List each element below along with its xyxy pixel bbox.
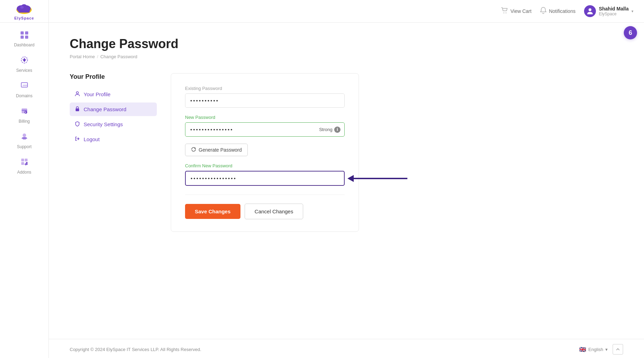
notifications-link[interactable]: Notifications [540, 7, 575, 16]
sidebar: ElySpace Dashboard Services www [0, 0, 49, 358]
notification-badge: 6 [624, 26, 637, 39]
strength-label: Strong [319, 127, 332, 132]
profile-nav: Your Profile Your Profile Change Passwor… [70, 73, 157, 147]
generate-password-label: Generate Password [199, 147, 242, 153]
confirm-password-group: Confirm New Password [185, 163, 345, 186]
sidebar-item-label-domains: Domains [16, 93, 32, 98]
domains-icon: www [20, 81, 29, 92]
form-divider [185, 195, 345, 195]
confirm-password-input-row [185, 171, 345, 186]
svg-rect-8 [21, 36, 24, 39]
avatar [584, 5, 596, 17]
language-label: English [588, 347, 603, 352]
sidebar-item-label-dashboard: Dashboard [14, 43, 34, 47]
chevron-up-icon [616, 347, 620, 351]
svg-rect-32 [76, 108, 79, 111]
user-name: Shahid Malla [599, 6, 629, 12]
user-company: ElySpace [599, 12, 629, 16]
footer-copyright: Copyright © 2024 ElySpace IT Services LL… [70, 347, 201, 352]
svg-point-30 [589, 8, 591, 11]
svg-point-31 [76, 92, 78, 94]
existing-password-label: Existing Password [185, 86, 345, 91]
breadcrumb-current: Change Password [100, 54, 137, 59]
existing-password-input[interactable] [185, 93, 345, 108]
svg-text:www: www [22, 84, 28, 86]
nav-item-your-profile-label: Your Profile [84, 91, 110, 97]
nav-item-logout-label: Logout [84, 136, 100, 142]
confirm-password-label: Confirm New Password [185, 163, 345, 168]
cart-label: View Cart [511, 8, 531, 14]
user-details: Shahid Malla ElySpace [599, 6, 629, 16]
top-header: View Cart Notifications Shahid Malla Ely… [49, 0, 644, 23]
sidebar-item-label-billing: Billing [18, 119, 30, 124]
addons-icon [20, 158, 29, 168]
bell-icon [540, 7, 546, 16]
support-icon [20, 132, 29, 143]
sidebar-item-dashboard[interactable]: Dashboard [0, 26, 48, 51]
confirm-password-input[interactable] [185, 171, 345, 186]
svg-point-18 [23, 134, 26, 137]
nav-item-change-password-label: Change Password [84, 106, 127, 112]
sidebar-item-services[interactable]: Services [0, 51, 48, 76]
notifications-label: Notifications [549, 8, 575, 14]
svg-point-29 [506, 12, 506, 13]
save-changes-button[interactable]: Save Changes [185, 204, 240, 219]
sidebar-item-label-services: Services [16, 68, 32, 73]
new-password-group: New Password Strong ℹ [185, 115, 345, 137]
lock-icon [75, 106, 80, 113]
view-cart-link[interactable]: View Cart [501, 7, 531, 15]
logo[interactable]: ElySpace [0, 0, 49, 23]
profile-icon [75, 91, 80, 98]
cart-icon [501, 7, 508, 15]
nav-item-change-password[interactable]: Change Password [70, 102, 157, 116]
form-card: Existing Password New Password Strong ℹ [171, 73, 359, 232]
refresh-icon [191, 147, 196, 153]
language-selector[interactable]: 🇬🇧 English ▾ [579, 346, 608, 353]
svg-rect-22 [21, 162, 24, 165]
brand-name: ElySpace [14, 16, 34, 20]
strength-info-icon: ℹ [334, 127, 340, 133]
scroll-to-top-button[interactable] [613, 344, 623, 355]
svg-point-28 [504, 12, 504, 13]
breadcrumb: Portal Home / Change Password [70, 54, 623, 59]
generate-password-button[interactable]: Generate Password [185, 144, 248, 156]
cancel-changes-button[interactable]: Cancel Changes [245, 204, 304, 219]
nav-item-security-settings[interactable]: Security Settings [70, 117, 157, 131]
svg-rect-4 [18, 10, 30, 13]
profile-nav-title: Your Profile [70, 73, 157, 81]
svg-rect-19 [23, 138, 26, 139]
svg-rect-15 [22, 110, 27, 111]
sidebar-item-billing[interactable]: $ Billing [0, 102, 48, 127]
sidebar-nav: Dashboard Services www Domains $ [0, 23, 48, 178]
nav-item-your-profile[interactable]: Your Profile [70, 87, 157, 101]
new-password-label: New Password [185, 115, 345, 120]
strength-badge: Strong ℹ [319, 127, 340, 133]
svg-rect-20 [21, 159, 24, 161]
buttons-row: Save Changes Cancel Changes [185, 204, 345, 219]
services-icon [20, 56, 29, 66]
header-actions: View Cart Notifications Shahid Malla Ely… [501, 5, 634, 17]
footer: Copyright © 2024 ElySpace IT Services LL… [49, 339, 644, 358]
sidebar-item-support[interactable]: Support [0, 127, 48, 153]
logout-icon [75, 136, 80, 143]
sidebar-item-domains[interactable]: www Domains [0, 76, 48, 102]
svg-rect-27 [25, 163, 28, 164]
main-content: Change Password Portal Home / Change Pas… [49, 23, 644, 339]
svg-marker-11 [22, 58, 26, 62]
svg-rect-21 [25, 159, 28, 161]
language-dropdown-arrow: ▾ [605, 347, 608, 352]
logo-svg [15, 2, 33, 15]
svg-rect-9 [25, 36, 28, 39]
shield-icon [75, 121, 80, 128]
flag-icon: 🇬🇧 [579, 346, 586, 353]
sidebar-item-addons[interactable]: Addons [0, 153, 48, 178]
dashboard-icon [20, 31, 29, 41]
sidebar-item-label-support: Support [17, 144, 31, 149]
nav-item-logout[interactable]: Logout [70, 132, 157, 146]
user-dropdown-arrow: ▾ [631, 9, 634, 14]
breadcrumb-home[interactable]: Portal Home [70, 54, 95, 59]
existing-password-group: Existing Password [185, 86, 345, 108]
arrow-indicator [347, 175, 407, 182]
user-menu[interactable]: Shahid Malla ElySpace ▾ [584, 5, 634, 17]
svg-rect-6 [21, 31, 24, 35]
